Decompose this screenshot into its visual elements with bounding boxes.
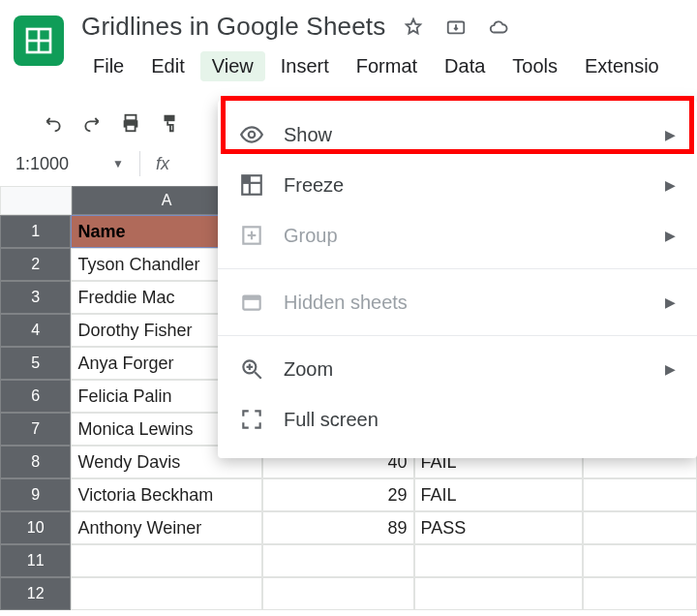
fx-label: fx	[156, 154, 169, 174]
group-icon	[239, 223, 264, 248]
cell[interactable]	[262, 577, 414, 610]
row-header[interactable]: 11	[0, 544, 71, 577]
menu-freeze-label: Freeze	[284, 174, 646, 197]
cell[interactable]	[71, 544, 261, 577]
name-box-caret-icon: ▼	[112, 157, 124, 170]
cell[interactable]	[262, 544, 414, 577]
sheets-logo-icon	[23, 25, 54, 56]
print-button[interactable]	[118, 110, 143, 136]
menu-separator	[218, 268, 697, 269]
row-header[interactable]: 5	[0, 347, 71, 380]
row-header[interactable]: 7	[0, 413, 71, 446]
table-row: 10 Anthony Weiner 89 PASS	[0, 511, 697, 544]
menu-insert[interactable]: Insert	[269, 51, 341, 81]
menu-hidden-sheets: Hidden sheets ▶	[218, 277, 697, 327]
menu-tools[interactable]: Tools	[500, 51, 569, 81]
row-header[interactable]: 2	[0, 248, 71, 281]
menu-full-screen[interactable]: Full screen	[218, 394, 697, 445]
menu-show[interactable]: Show ▶	[218, 109, 697, 160]
svg-rect-17	[243, 296, 259, 300]
move-icon[interactable]	[445, 16, 467, 38]
svg-point-8	[249, 132, 256, 139]
cell[interactable]: 89	[262, 511, 414, 544]
menu-group-label: Group	[284, 225, 646, 247]
title-area: Gridlines in Google Sheets File Edit Vie…	[81, 12, 682, 81]
menu-file[interactable]: File	[81, 51, 136, 81]
table-row: 9 Victoria Beckham 29 FAIL	[0, 478, 697, 511]
menu-zoom[interactable]: Zoom ▶	[218, 344, 697, 394]
view-dropdown: Show ▶ Freeze ▶ Group ▶ Hidden sheets ▶ …	[218, 100, 697, 458]
cell[interactable]: PASS	[414, 511, 584, 544]
row-header[interactable]: 6	[0, 380, 71, 413]
cell[interactable]	[583, 478, 697, 511]
cell[interactable]: 29	[262, 478, 414, 511]
select-all-corner[interactable]	[0, 186, 72, 215]
cell[interactable]	[414, 577, 584, 610]
menu-hidden-sheets-label: Hidden sheets	[284, 292, 646, 314]
cell[interactable]	[583, 511, 697, 544]
cell[interactable]	[414, 544, 584, 577]
svg-rect-10	[242, 175, 250, 183]
table-row: 12	[0, 577, 697, 610]
row-header[interactable]: 3	[0, 281, 71, 314]
row-header[interactable]: 9	[0, 478, 71, 511]
row-header[interactable]: 1	[0, 215, 71, 248]
fullscreen-icon	[239, 407, 264, 432]
table-row: 11	[0, 544, 697, 577]
row-header[interactable]: 4	[0, 314, 71, 347]
svg-rect-7	[165, 115, 175, 121]
submenu-arrow-icon: ▶	[665, 294, 676, 310]
row-header[interactable]: 8	[0, 446, 71, 478]
menu-separator	[218, 335, 697, 336]
name-box[interactable]: 1:1000 ▼	[15, 154, 132, 174]
menu-freeze[interactable]: Freeze ▶	[218, 160, 697, 210]
submenu-arrow-icon: ▶	[665, 228, 676, 243]
row-header[interactable]: 12	[0, 577, 71, 610]
menu-extensions[interactable]: Extensio	[573, 51, 671, 81]
cell[interactable]: Victoria Beckham	[71, 478, 261, 511]
menu-view[interactable]: View	[200, 51, 265, 81]
menu-edit[interactable]: Edit	[139, 51, 196, 81]
menu-full-screen-label: Full screen	[284, 409, 676, 431]
undo-button[interactable]	[41, 110, 66, 136]
menu-show-label: Show	[284, 124, 646, 146]
submenu-arrow-icon: ▶	[665, 177, 676, 193]
menu-data[interactable]: Data	[433, 51, 497, 81]
menu-zoom-label: Zoom	[284, 358, 646, 381]
cell[interactable]	[583, 577, 697, 610]
name-box-value: 1:1000	[15, 154, 69, 174]
hidden-sheets-icon	[239, 290, 264, 315]
cell[interactable]	[71, 577, 261, 610]
menu-format[interactable]: Format	[345, 51, 429, 81]
menubar: File Edit View Insert Format Data Tools …	[81, 51, 682, 81]
cloud-status-icon[interactable]	[488, 16, 509, 38]
redo-button[interactable]	[79, 110, 105, 136]
cell[interactable]: FAIL	[414, 478, 584, 511]
sheets-logo	[14, 15, 64, 66]
document-title[interactable]: Gridlines in Google Sheets	[81, 12, 385, 42]
svg-rect-4	[126, 115, 136, 121]
submenu-arrow-icon: ▶	[665, 127, 676, 142]
zoom-icon	[239, 356, 264, 382]
app-header: Gridlines in Google Sheets File Edit Vie…	[0, 0, 697, 83]
eye-icon	[239, 122, 264, 147]
menu-group: Group ▶	[218, 210, 697, 261]
freeze-icon	[239, 172, 264, 198]
cell[interactable]	[583, 544, 697, 577]
submenu-arrow-icon: ▶	[665, 361, 676, 377]
divider	[139, 151, 140, 176]
svg-line-19	[255, 372, 261, 379]
paint-format-button[interactable]	[157, 110, 182, 136]
cell[interactable]: Anthony Weiner	[71, 511, 261, 544]
svg-rect-6	[126, 125, 135, 131]
row-header[interactable]: 10	[0, 511, 71, 544]
star-icon[interactable]	[403, 16, 424, 38]
